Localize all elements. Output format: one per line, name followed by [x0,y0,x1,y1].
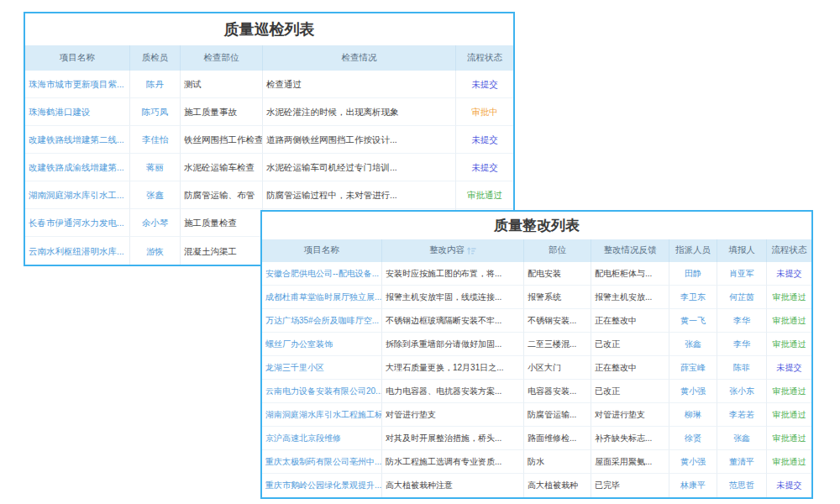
reporter-name-link[interactable]: 张小东 [717,380,767,403]
feedback-cell: 已改正 [591,380,669,403]
rectify-content-cell: 电力电容器、电抗器安装方案... [382,380,524,403]
reporter-name-link[interactable]: 李华 [717,309,767,333]
assignee-name-link[interactable]: 柳琳 [669,403,717,427]
flow-status-badge: 未提交 [456,71,513,98]
reporter-name-link[interactable]: 李若若 [717,403,767,427]
inspection-situation-cell: 水泥砼灌注的时候，出现离析现象 [263,98,456,126]
rectify-content-cell: 大理石质量更换，12月31日之... [382,356,524,380]
table-row: 万达广场35#会所及咖啡厅空...不锈钢边框玻璃隔断安装不牢...不锈钢安装..… [262,309,811,333]
flow-status-badge: 审批通过 [767,450,811,474]
table-row: 京沪高速北京段维修对其及时开展整治措施，桥头...路面维修检...补齐缺失标志.… [262,427,811,450]
table-row: 云南电力设备安装有限公司20...电力电容器、电抗器安装方案...电容器安装..… [262,380,811,403]
inspector-name-link[interactable]: 张鑫 [130,181,181,209]
rectification-table: 项目名称 整改内容 部位 整改情况反馈 指派人员 填报人 流程状态 安徽合肥供电… [262,239,811,497]
inspector-name-link[interactable]: 李佳怡 [130,126,181,154]
part-cell: 二至三楼混... [524,333,591,356]
flow-status-badge: 未提交 [767,356,811,380]
project-name-link[interactable]: 长春市伊通河水力发电... [25,209,130,237]
project-name-link[interactable]: 改建铁路线增建第二线... [25,126,130,154]
inspector-name-link[interactable]: 蒋丽 [130,154,181,181]
project-name-link[interactable]: 重庆市鹅岭公园绿化景观提升... [262,474,382,497]
column-header-reporter: 填报人 [717,239,767,262]
assignee-name-link[interactable]: 林康平 [669,474,717,497]
part-cell: 不锈钢安装... [524,309,591,333]
feedback-cell: 对管进行垫支 [591,403,669,427]
inspector-name-link[interactable]: 陈丹 [130,71,181,98]
rectify-content-cell: 对其及时开展整治措施，桥头... [382,427,524,450]
flow-status-badge: 审批通过 [767,380,811,403]
table-row: 安徽合肥供电公司--配电设备...安装时应按施工图的布置，将...配电安装配电柜… [262,262,811,286]
project-name-link[interactable]: 京沪高速北京段维修 [262,427,382,450]
reporter-name-link[interactable]: 何芷茵 [717,286,767,309]
assignee-name-link[interactable]: 黄小强 [669,380,717,403]
inspection-situation-cell: 水泥砼运输车司机经过专门培训... [263,154,456,181]
project-name-link[interactable]: 万达广场35#会所及咖啡厅空... [262,309,382,333]
assignee-name-link[interactable]: 薛宝峰 [669,356,717,380]
inspector-name-link[interactable]: 余小琴 [130,209,181,237]
flow-status-badge: 未提交 [767,262,811,286]
column-header-flow-status: 流程状态 [456,45,513,71]
feedback-cell: 配电柜柜体与... [591,262,669,286]
project-name-link[interactable]: 湖南洞庭湖水库引水工... [25,181,130,209]
table-row: 龙湖三千里小区大理石质量更换，12月31日之...小区大门正在整改中薛宝峰陈菲未… [262,356,811,380]
project-name-link[interactable]: 安徽合肥供电公司--配电设备... [262,262,382,286]
table-row: 珠海鹤港口建设陈巧凤施工质量事故水泥砼灌注的时候，出现离析现象审批中 [25,98,513,126]
inspector-name-link[interactable]: 陈巧凤 [130,98,181,126]
column-header-inspection-situation: 检查情况 [263,45,456,71]
sort-ascending-icon[interactable] [467,247,476,255]
rectify-content-cell: 防水工程施工选调有专业资质... [382,450,524,474]
project-name-link[interactable]: 湖南洞庭湖水库引水工程施工标 [262,403,382,427]
column-header-feedback: 整改情况反馈 [591,239,669,262]
flow-status-badge: 审批中 [456,98,513,126]
reporter-name-link[interactable]: 张鑫 [717,427,767,450]
project-name-link[interactable]: 改建铁路成渝线增建第... [25,154,130,181]
rectification-list-panel: 质量整改列表 项目名称 整改内容 部位 整改情况反馈 指派人员 填报人 流程状态… [260,210,813,499]
project-name-link[interactable]: 龙湖三千里小区 [262,356,382,380]
flow-status-badge: 审批通过 [456,181,513,209]
project-name-link[interactable]: 云南电力设备安装有限公司20... [262,380,382,403]
part-cell: 报警系统 [524,286,591,309]
project-name-link[interactable]: 重庆太极制药有限公司亳州中... [262,450,382,474]
table-row: 重庆太极制药有限公司亳州中...防水工程施工选调有专业资质...防水屋面采用聚氨… [262,450,811,474]
feedback-cell: 正在整改中 [591,356,669,380]
assignee-name-link[interactable]: 徐贤 [669,427,717,450]
part-cell: 小区大门 [524,356,591,380]
rectify-content-cell: 报警主机安放牢固，线缆连接... [382,286,524,309]
rectify-content-cell: 不锈钢边框玻璃隔断安装不牢... [382,309,524,333]
column-header-project-name: 项目名称 [262,239,382,262]
rectify-content-cell: 拆除到承重墙部分请做好加固... [382,333,524,356]
inspection-situation-cell: 道路两侧铁丝网围挡工作按设计... [263,126,456,154]
reporter-name-link[interactable]: 范思哲 [717,474,767,497]
part-cell: 防水 [524,450,591,474]
table-row: 改建铁路线增建第二线...李佳怡铁丝网围挡工作检查道路两侧铁丝网围挡工作按设计.… [25,126,513,154]
project-name-link[interactable]: 成都杜甫草堂临时展厅独立展... [262,286,382,309]
inspection-situation-cell: 防腐管运输过程中，未对管进行... [263,181,456,209]
assignee-name-link[interactable]: 田静 [669,262,717,286]
reporter-name-link[interactable]: 肖亚军 [717,262,767,286]
inspector-name-link[interactable]: 游恢 [130,237,181,265]
inspection-situation-cell: 检查通过 [263,71,456,98]
column-header-inspection-part: 检查部位 [181,45,263,71]
part-cell: 电容器安装... [524,380,591,403]
table-row: 改建铁路成渝线增建第...蒋丽水泥砼运输车检查水泥砼运输车司机经过专门培训...… [25,154,513,181]
assignee-name-link[interactable]: 张鑫 [669,333,717,356]
reporter-name-link[interactable]: 陈菲 [717,356,767,380]
column-header-rectify-content[interactable]: 整改内容 [382,239,524,262]
inspection-part-cell: 铁丝网围挡工作检查 [181,126,263,154]
project-name-link[interactable]: 云南水利枢纽潜明水库... [25,237,130,265]
reporter-name-link[interactable]: 李华 [717,333,767,356]
part-cell: 路面维修检... [524,427,591,450]
assignee-name-link[interactable]: 黄一飞 [669,309,717,333]
table-row: 湖南洞庭湖水库引水工程施工标对管进行垫支防腐管运输...对管进行垫支柳琳李若若审… [262,403,811,427]
rectify-content-cell: 高大植被栽种注意 [382,474,524,497]
assignee-name-link[interactable]: 李卫东 [669,286,717,309]
reporter-name-link[interactable]: 董清平 [717,450,767,474]
table-row: 湖南洞庭湖水库引水工...张鑫防腐管运输、布管防腐管运输过程中，未对管进行...… [25,181,513,209]
inspection-part-cell: 混凝土沟渠工 [181,237,263,265]
project-name-link[interactable]: 螺丝厂办公室装饰 [262,333,382,356]
rectify-content-cell: 对管进行垫支 [382,403,524,427]
project-name-link[interactable]: 珠海市城市更新项目紫... [25,71,130,98]
inspection-header-row: 项目名称 质检员 检查部位 检查情况 流程状态 [25,45,513,71]
project-name-link[interactable]: 珠海鹤港口建设 [25,98,130,126]
assignee-name-link[interactable]: 黄小强 [669,450,717,474]
